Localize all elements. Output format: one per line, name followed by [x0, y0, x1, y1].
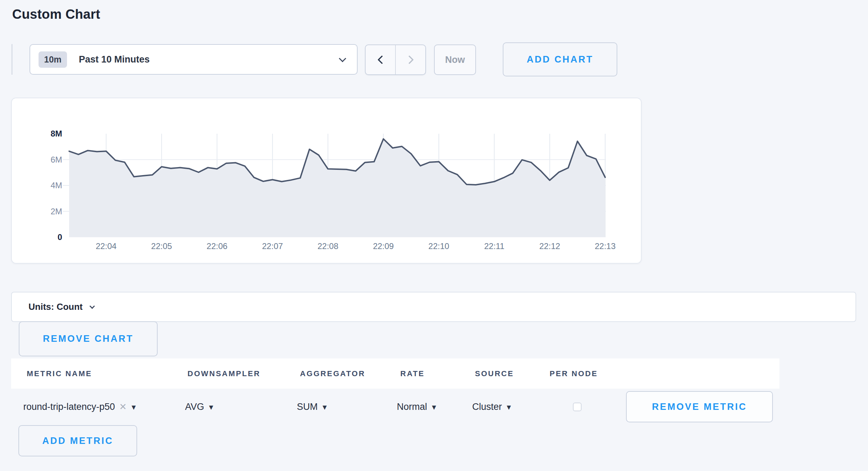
metric-name-select[interactable]: round-trip-latency-p50 ✕ ▾: [23, 389, 136, 425]
metric-name-value: round-trip-latency-p50: [23, 402, 115, 412]
caret-down-icon: ▾: [323, 402, 327, 412]
custom-chart-page: Custom Chart 10m Past 10 Minutes Now ADD…: [0, 0, 868, 471]
column-header-downsampler: DOWNSAMPLER: [187, 369, 260, 378]
x-axis-tick: 22:12: [525, 241, 574, 251]
per-node-checkbox[interactable]: [573, 403, 582, 411]
next-time-button[interactable]: [395, 45, 425, 74]
downsampler-select[interactable]: AVG ▾: [185, 389, 213, 425]
aggregator-select[interactable]: SUM ▾: [297, 389, 327, 425]
remove-metric-button[interactable]: REMOVE METRIC: [626, 391, 773, 422]
add-metric-button[interactable]: ADD METRIC: [18, 425, 137, 456]
x-axis-tick: 22:13: [581, 241, 629, 251]
source-select[interactable]: Cluster ▾: [472, 389, 511, 425]
x-axis-tick: 22:08: [304, 241, 352, 251]
units-label: Units: Count: [28, 301, 83, 312]
y-axis-tick: 4M: [26, 181, 62, 190]
downsampler-value: AVG: [185, 402, 204, 412]
aggregator-value: SUM: [297, 402, 318, 412]
units-dropdown[interactable]: Units: Count: [11, 292, 856, 322]
add-chart-button[interactable]: ADD CHART: [503, 42, 617, 76]
chevron-left-icon: [377, 55, 386, 64]
y-axis-tick: 0: [26, 232, 62, 242]
metric-row: round-trip-latency-p50 ✕ ▾ AVG ▾ SUM ▾ N…: [11, 389, 856, 425]
rate-select[interactable]: Normal ▾: [397, 389, 436, 425]
caret-down-icon: ▾: [507, 402, 511, 412]
chevron-down-icon: [339, 55, 346, 62]
time-window-badge: 10m: [39, 51, 67, 68]
source-value: Cluster: [472, 402, 502, 412]
x-axis-tick: 22:04: [82, 241, 131, 251]
toolbar-accent-bar: [11, 44, 12, 75]
time-window-dropdown[interactable]: 10m Past 10 Minutes: [30, 44, 358, 75]
chart-card: 8M 6M 4M 2M 0 22:04 22:05 22:06 22:07 22…: [11, 98, 642, 264]
caret-down-icon: ▾: [132, 402, 136, 412]
time-pager: [365, 44, 426, 75]
now-button[interactable]: Now: [434, 44, 476, 75]
x-axis-tick: 22:06: [193, 241, 241, 251]
timeseries-area-chart[interactable]: [63, 134, 606, 237]
caret-down-icon: ▾: [209, 402, 213, 412]
y-axis-tick: 6M: [26, 155, 62, 165]
column-header-per-node: PER NODE: [550, 369, 598, 378]
column-header-metric-name: METRIC NAME: [27, 369, 92, 378]
x-axis-tick: 22:10: [415, 241, 463, 251]
column-header-source: SOURCE: [475, 369, 514, 378]
rate-value: Normal: [397, 402, 427, 412]
remove-chart-button[interactable]: REMOVE CHART: [19, 321, 158, 356]
metrics-table-header: METRIC NAME DOWNSAMPLER AGGREGATOR RATE …: [11, 358, 779, 389]
column-header-aggregator: AGGREGATOR: [300, 369, 365, 378]
page-title: Custom Chart: [12, 7, 100, 22]
x-axis-tick: 22:07: [248, 241, 297, 251]
y-axis-tick: 2M: [26, 207, 62, 216]
y-axis-tick: 8M: [26, 129, 62, 139]
x-axis-tick: 22:05: [137, 241, 186, 251]
column-header-rate: RATE: [400, 369, 425, 378]
caret-down-icon: ▾: [432, 402, 436, 412]
chevron-down-icon: [90, 303, 95, 309]
prev-time-button[interactable]: [366, 45, 395, 74]
x-axis-tick: 22:09: [359, 241, 408, 251]
x-axis-tick: 22:11: [470, 241, 519, 251]
time-window-label: Past 10 Minutes: [79, 54, 150, 65]
chevron-right-icon: [405, 55, 414, 64]
remove-tag-icon[interactable]: ✕: [119, 402, 127, 412]
